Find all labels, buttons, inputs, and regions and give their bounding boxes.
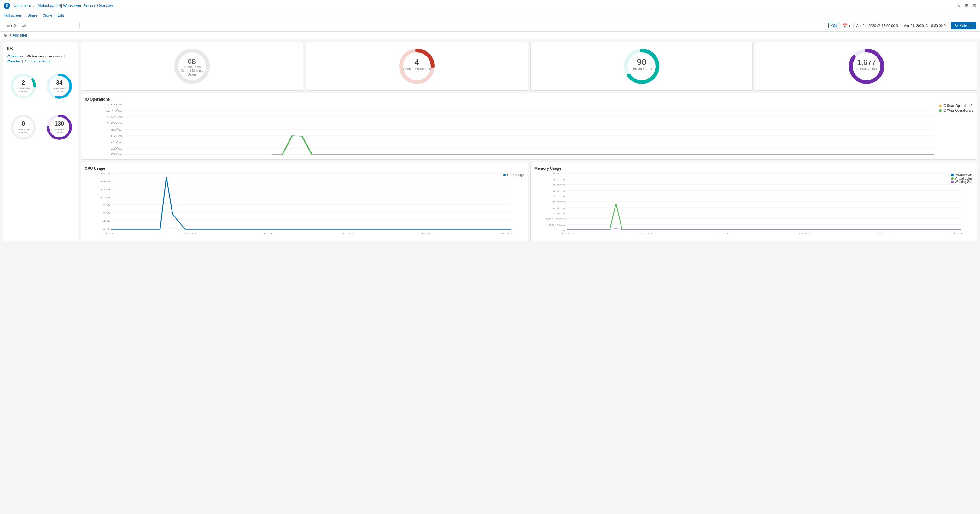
sidebar-link-webserver[interactable]: Webserver — [6, 54, 23, 58]
svg-text:15:00: 15:00 — [105, 232, 118, 235]
svg-text:0/s: 0/s — [110, 153, 123, 155]
gauge-svg-1: 2 Current Files Cached — [9, 72, 38, 101]
search-input[interactable] — [14, 23, 77, 28]
metric-card-worker-processes: 4 Worker Processes — [305, 42, 528, 91]
app-logo: D — [4, 3, 10, 9]
cpu-chart-title: CPU Usage — [85, 166, 524, 171]
main-content: IIS Webserver | Webserver processes | We… — [0, 40, 980, 244]
svg-text:6%: 6% — [103, 212, 110, 215]
time-arrow: → — [899, 24, 903, 27]
svg-text:14%: 14% — [100, 180, 110, 183]
svg-text:Total Files: Total Files — [54, 87, 65, 90]
svg-text:15:15: 15:15 — [640, 232, 652, 235]
resize-icon[interactable]: ⤡ — [957, 3, 961, 8]
svg-text:1,677: 1,677 — [857, 58, 876, 67]
search-box[interactable]: ▦ ▾ — [4, 22, 80, 29]
svg-text:Current Memory: Current Memory — [180, 69, 203, 73]
svg-text:10/s: 10/s — [106, 122, 123, 125]
svg-text:2.7TB: 2.7TB — [552, 195, 566, 198]
svg-text:15:30: 15:30 — [263, 232, 275, 235]
gauge-svg-4: 130 Total Uris Cached — [45, 113, 73, 141]
memory-usage-chart: Memory Usage Private Bytes Virtual Bytes — [530, 162, 977, 241]
kql-badge[interactable]: KQL — [828, 23, 840, 29]
memory-chart-legend: Private Bytes Virtual Bytes Working Set — [951, 173, 974, 184]
svg-text:16:00: 16:00 — [421, 232, 434, 235]
svg-text:130: 130 — [54, 121, 64, 127]
svg-text:90: 90 — [636, 57, 646, 67]
legend-io-read: IO Read Operations/s — [939, 104, 974, 108]
svg-text:15:00: 15:00 — [561, 232, 574, 235]
svg-text:4%: 4% — [103, 220, 110, 222]
sidebar-link-webserver-processes[interactable]: Webserver processes — [27, 54, 63, 58]
add-filter-button[interactable]: + Add filter — [10, 33, 27, 38]
svg-text:2: 2 — [22, 80, 25, 86]
cpu-chart-svg: 16% 14% 12% 10% 8% 6% 4% 2% 15:00 15:15 … — [85, 173, 524, 236]
svg-text:14/s: 14/s — [106, 109, 123, 112]
legend-private-bytes: Private Bytes — [951, 173, 974, 177]
metric-gauge-thread-count: 90 Thread Count — [623, 47, 660, 85]
sidebar-link-websites[interactable]: Websites — [6, 59, 21, 63]
svg-text:Cached: Cached — [55, 131, 64, 134]
svg-text:15:15: 15:15 — [184, 232, 196, 235]
svg-text:Usage: Usage — [187, 73, 196, 77]
sidebar-gauge-grid: 2 Current Files Cached 34 Total Files Ca… — [6, 67, 74, 147]
filter-icon[interactable]: ⊕ — [4, 33, 7, 38]
nav-fullscreen[interactable]: Full screen — [4, 13, 22, 18]
nav-edit[interactable]: Edit — [57, 13, 64, 18]
legend-io-write-label: IO Write Operations/s — [943, 109, 973, 112]
gauge-svg-2: 34 Total Files Cached — [45, 72, 73, 101]
metric-gauge-worker-processes: 4 Worker Processes — [398, 47, 436, 85]
gauge-total-uris-cached: 130 Total Uris Cached — [43, 108, 76, 147]
svg-text:16:15: 16:15 — [950, 232, 962, 235]
svg-text:3.2TB: 3.2TB — [552, 189, 566, 192]
legend-virtual-bytes: Virtual Bytes — [951, 177, 974, 180]
search-bar: ▦ ▾ KQL 📅 ▾ Apr 24, 2020 @ 15:00:00.0 → … — [0, 20, 980, 32]
svg-text:Cached: Cached — [19, 131, 28, 134]
svg-text:15:45: 15:45 — [342, 232, 355, 235]
svg-text:Cached: Cached — [55, 90, 64, 93]
bottom-charts-row: CPU Usage CPU Usage — [81, 162, 977, 241]
filter-bar: ⊕ + Add filter — [0, 32, 980, 40]
svg-text:15:30: 15:30 — [719, 232, 732, 235]
settings-icon[interactable]: ⚙ — [964, 3, 969, 8]
svg-text:4: 4 — [414, 57, 419, 67]
legend-io-read-label: IO Read Operations/s — [943, 104, 974, 108]
svg-text:Thread Count: Thread Count — [631, 67, 652, 71]
time-picker[interactable]: Apr 24, 2020 @ 15:00:00.0 → Apr 24, 2020… — [853, 22, 948, 29]
io-chart-svg: 16/s 14/s 12/s 10/s 8/s 6/s 4/s 2/s 0/s … — [85, 104, 974, 155]
metric-cards-row: ··· 0B Output Cache Current Memory Usage… — [81, 42, 977, 91]
sidebar-link-application-pools[interactable]: Application Pools — [24, 59, 51, 63]
io-chart-legend: IO Read Operations/s IO Write Operations… — [939, 104, 974, 112]
breadcrumb: Dashboard › [Metricbeat IIS] Webserver P… — [13, 3, 113, 8]
metric-card-output-cache: ··· 0B Output Cache Current Memory Usage — [81, 42, 303, 91]
svg-text:931.3GB: 931.3GB — [546, 218, 566, 220]
share-icon[interactable]: ✉ — [972, 3, 976, 8]
svg-text:2/s: 2/s — [110, 147, 123, 150]
time-start: Apr 24, 2020 @ 15:00:00.0 — [856, 24, 898, 27]
calendar-icon: 📅 ▾ — [843, 23, 851, 28]
nav-clone[interactable]: Clone — [43, 13, 52, 18]
refresh-button[interactable]: ↻ Refresh — [951, 22, 976, 29]
io-chart-area: IO Read Operations/s IO Write Operations… — [85, 104, 974, 156]
gauge-current-files-cached: 2 Current Files Cached — [6, 67, 40, 105]
io-operations-chart: IO Operations IO Read Operations/s IO Wr… — [81, 93, 977, 160]
card-menu-icon[interactable]: ··· — [296, 44, 300, 49]
svg-text:4/s: 4/s — [110, 141, 123, 144]
svg-text:16:00: 16:00 — [877, 232, 889, 235]
svg-text:8%: 8% — [103, 204, 110, 207]
io-chart-title: IO Operations — [85, 97, 974, 102]
nav-bar: Full screen Share Clone Edit — [0, 11, 980, 20]
svg-text:Current Files: Current Files — [16, 87, 30, 90]
metric-gauge-output-cache: 0B Output Cache Current Memory Usage — [173, 47, 211, 85]
svg-text:3.6TB: 3.6TB — [552, 184, 566, 187]
svg-text:0B: 0B — [560, 229, 566, 232]
svg-text:Total Uris: Total Uris — [54, 128, 64, 131]
gauge-current-uris-cached: 0 Current Uris Cached — [6, 108, 40, 147]
svg-text:12/s: 12/s — [106, 115, 123, 119]
svg-text:10%: 10% — [100, 196, 110, 199]
svg-text:Cached: Cached — [19, 90, 28, 93]
legend-working-set: Working Set — [951, 180, 974, 184]
legend-io-write-dot — [939, 110, 942, 112]
nav-share[interactable]: Share — [27, 13, 38, 18]
svg-text:16:15: 16:15 — [500, 232, 512, 235]
